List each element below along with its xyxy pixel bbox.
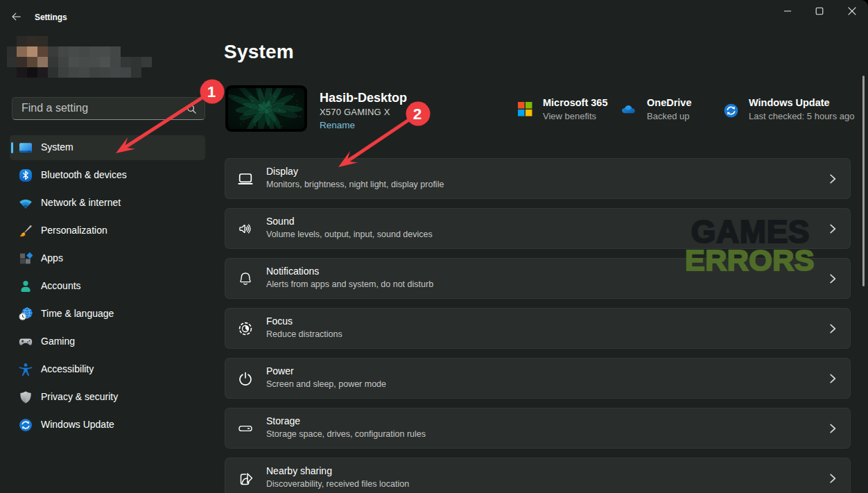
- svg-text:2: 2: [413, 105, 422, 123]
- svg-text:1: 1: [207, 83, 216, 101]
